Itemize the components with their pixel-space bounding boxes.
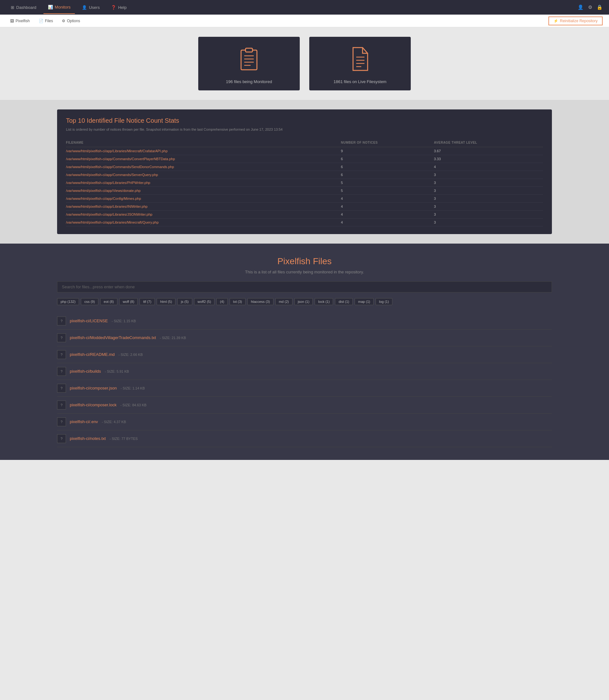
- list-item[interactable]: ? pixelfish-ci/.env - SIZE: 4.37 KB: [57, 414, 552, 431]
- user-icon[interactable]: 👤: [578, 4, 584, 10]
- file-path: /var/www/html/pixelfish-ci/app/Commands/…: [66, 163, 341, 171]
- nav-help[interactable]: ❓ Help: [107, 1, 131, 14]
- filter-tag[interactable]: woff2 (5): [194, 298, 215, 305]
- list-item[interactable]: ? pixelfish-ci/notes.txt - SIZE: 77 BYTE…: [57, 431, 552, 447]
- lightning-icon: ⚡: [554, 19, 558, 23]
- file-path: /var/www/html/pixelfish-ci/app/Commands/…: [66, 171, 341, 179]
- file-size: - SIZE: 1.14 KB: [121, 386, 145, 390]
- filter-tag[interactable]: htaccess (3): [247, 298, 274, 305]
- filter-tag[interactable]: (4): [216, 298, 227, 305]
- subnav-options[interactable]: ⚙ Options: [58, 16, 84, 26]
- file-list: ? pixelfish-ci/LICENSE - SIZE: 1.15 KB ?…: [57, 313, 552, 447]
- list-item[interactable]: ? pixelfish-ci/composer.json - SIZE: 1.1…: [57, 380, 552, 397]
- filter-tag[interactable]: dist (1): [335, 298, 353, 305]
- threat-level: 3.33: [434, 155, 543, 163]
- file-type-icon: ?: [57, 367, 66, 376]
- stats-section: 196 files being Monitored 1861 files on …: [0, 27, 609, 100]
- filter-tag[interactable]: html (5): [157, 298, 175, 305]
- file-path: /var/www/html/pixelfish-ci/app/Libraries…: [66, 203, 341, 210]
- help-icon: ❓: [111, 5, 116, 10]
- col-filename: FILENAME: [66, 139, 341, 147]
- filter-tag[interactable]: woff (8): [119, 298, 138, 305]
- file-type-icon: ?: [57, 317, 66, 326]
- filter-tag[interactable]: md (2): [275, 298, 293, 305]
- table-row[interactable]: /var/www/html/pixelfish-ci/app/Libraries…: [66, 218, 543, 226]
- subnav-pixelfish[interactable]: 🖼 Pixelfish: [6, 16, 34, 26]
- stat-filesystem-label: 1861 files on Live Filesystem: [334, 79, 387, 84]
- top10-title: Top 10 Identified File Notice Count Stat…: [66, 117, 543, 124]
- filter-tag[interactable]: php (132): [57, 298, 79, 305]
- notice-count: 6: [341, 171, 434, 179]
- threat-level: 3: [434, 179, 543, 187]
- nav-monitors-label: Monitors: [55, 5, 71, 10]
- monitors-icon: 📊: [48, 5, 53, 10]
- filter-tag[interactable]: ttf (7): [140, 298, 155, 305]
- col-notices: NUMBER OF NOTICES: [341, 139, 434, 147]
- threat-level: 3: [434, 203, 543, 210]
- stat-card-monitored: 196 files being Monitored: [198, 37, 300, 90]
- table-row[interactable]: /var/www/html/pixelfish-ci/app/Commands/…: [66, 163, 543, 171]
- top10-card: Top 10 Identified File Notice Count Stat…: [57, 109, 552, 234]
- table-row[interactable]: /var/www/html/pixelfish-ci/app/Views/don…: [66, 187, 543, 194]
- file-doc-icon: [350, 46, 369, 75]
- list-item[interactable]: ? pixelfish-ci/README.md - SIZE: 2.66 KB: [57, 346, 552, 363]
- subnav-files-label: Files: [45, 19, 53, 23]
- table-row[interactable]: /var/www/html/pixelfish-ci/app/Commands/…: [66, 155, 543, 163]
- nav-users[interactable]: 👤 Users: [77, 1, 104, 14]
- stat-monitored-label: 196 files being Monitored: [226, 79, 272, 84]
- file-type-icon: ?: [57, 350, 66, 359]
- file-name: pixelfish-ci/notes.txt: [70, 436, 106, 441]
- search-input[interactable]: [57, 281, 552, 293]
- nav-monitors[interactable]: 📊 Monitors: [44, 1, 75, 14]
- nav-dashboard[interactable]: ⊞ Dashboard: [6, 1, 41, 14]
- table-row[interactable]: /var/www/html/pixelfish-ci/app/Libraries…: [66, 179, 543, 187]
- notice-count: 4: [341, 210, 434, 218]
- filter-tag[interactable]: log (1): [376, 298, 393, 305]
- table-row[interactable]: /var/www/html/pixelfish-ci/app/Libraries…: [66, 210, 543, 218]
- reinit-button[interactable]: ⚡ Reinitialize Repository: [549, 17, 603, 25]
- table-row[interactable]: /var/www/html/pixelfish-ci/app/Libraries…: [66, 147, 543, 155]
- file-path: /var/www/html/pixelfish-ci/app/Views/don…: [66, 187, 341, 194]
- filter-tag[interactable]: css (9): [81, 298, 98, 305]
- notice-count: 4: [341, 203, 434, 210]
- file-size: - SIZE: 5.91 KB: [105, 369, 129, 373]
- stat-card-filesystem: 1861 files on Live Filesystem: [309, 37, 411, 90]
- file-path: /var/www/html/pixelfish-ci/app/Libraries…: [66, 218, 341, 226]
- filter-tag[interactable]: json (1): [294, 298, 313, 305]
- file-type-icon: ?: [57, 401, 66, 409]
- threat-level: 3: [434, 194, 543, 203]
- threat-level: 3: [434, 210, 543, 218]
- table-row[interactable]: /var/www/html/pixelfish-ci/app/Config/Mi…: [66, 194, 543, 203]
- file-name: pixelfish-ci/composer.lock: [70, 402, 117, 407]
- file-size: - SIZE: 21.39 KB: [160, 336, 186, 340]
- settings-icon[interactable]: ⚙: [588, 4, 592, 10]
- file-path: /var/www/html/pixelfish-ci/app/Libraries…: [66, 147, 341, 155]
- files-title: Pixelfish Files: [57, 256, 552, 266]
- sub-nav-left: 🖼 Pixelfish 📄 Files ⚙ Options: [6, 16, 84, 26]
- notice-count: 6: [341, 155, 434, 163]
- file-path: /var/www/html/pixelfish-ci/app/Commands/…: [66, 155, 341, 163]
- table-row[interactable]: /var/www/html/pixelfish-ci/app/Commands/…: [66, 171, 543, 179]
- filter-tag[interactable]: txt (3): [230, 298, 245, 305]
- pixelfish-icon: 🖼: [10, 19, 14, 23]
- file-size: - SIZE: 84.63 KB: [120, 403, 146, 407]
- list-item[interactable]: ? pixelfish-ci/builds - SIZE: 5.91 KB: [57, 363, 552, 380]
- list-item[interactable]: ? pixelfish-ci/composer.lock - SIZE: 84.…: [57, 397, 552, 414]
- files-icon: 📄: [39, 19, 44, 23]
- list-item[interactable]: ? pixelfish-ci/ModdedVillagerTradeComman…: [57, 330, 552, 346]
- filter-tag[interactable]: map (1): [354, 298, 373, 305]
- table-row[interactable]: /var/www/html/pixelfish-ci/app/Libraries…: [66, 203, 543, 210]
- svg-rect-0: [241, 50, 257, 70]
- file-name: pixelfish-ci/README.md: [70, 352, 115, 357]
- file-name: pixelfish-ci/composer.json: [70, 386, 117, 390]
- filter-tag[interactable]: js (5): [177, 298, 192, 305]
- list-item[interactable]: ? pixelfish-ci/LICENSE - SIZE: 1.15 KB: [57, 313, 552, 330]
- file-name: pixelfish-ci/ModdedVillagerTradeCommands…: [70, 335, 156, 340]
- filter-tag[interactable]: eot (8): [100, 298, 117, 305]
- lock-icon[interactable]: 🔒: [597, 4, 603, 10]
- threat-level: 3: [434, 171, 543, 179]
- svg-rect-1: [245, 48, 253, 52]
- subnav-files[interactable]: 📄 Files: [35, 16, 57, 26]
- threat-level: 4: [434, 163, 543, 171]
- filter-tag[interactable]: lock (1): [315, 298, 333, 305]
